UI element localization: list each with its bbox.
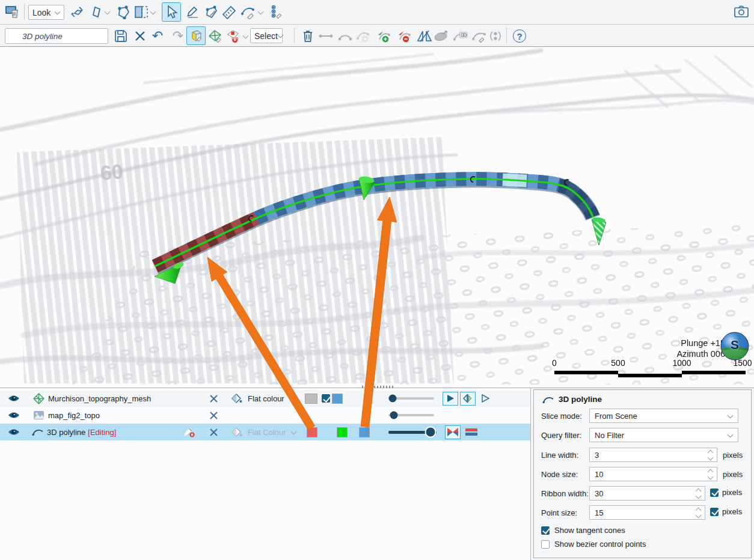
shape-row-map-image[interactable]: map_fig2_topo bbox=[0, 407, 530, 424]
new-arc-button[interactable] bbox=[337, 28, 354, 44]
point-size-pixels-toggle[interactable]: pixels bbox=[710, 507, 742, 516]
colour-mode-label[interactable]: Flat colour bbox=[248, 390, 284, 407]
remove-from-scene-button[interactable] bbox=[209, 407, 218, 424]
select-rectangle-button[interactable] bbox=[132, 3, 150, 21]
screenshot-button[interactable] bbox=[732, 3, 750, 21]
main-toolbar: Look bbox=[0, 0, 754, 25]
draw-points-button[interactable] bbox=[267, 3, 285, 21]
add-tangent-node-button[interactable] bbox=[375, 28, 392, 44]
draw-on-3d-button[interactable] bbox=[186, 26, 206, 45]
undo-button[interactable]: ↶ bbox=[149, 28, 166, 44]
opacity-slider[interactable] bbox=[388, 424, 437, 440]
point-size-spinner[interactable] bbox=[589, 505, 705, 520]
move-slicer-icon bbox=[70, 5, 84, 19]
ribbon-bowtie-mode-button[interactable] bbox=[445, 425, 461, 439]
ribbon-left-colour-swatch[interactable] bbox=[307, 424, 317, 440]
back-colour-swatch[interactable] bbox=[305, 390, 317, 407]
front-colour-swatch[interactable] bbox=[332, 390, 343, 407]
edit-curve-button[interactable] bbox=[471, 28, 488, 44]
colour-mode-chevron[interactable] bbox=[291, 429, 297, 435]
camera-icon bbox=[734, 5, 749, 19]
spinner-arrows-icon[interactable] bbox=[708, 469, 714, 481]
ribbon-stripe-mode-button[interactable] bbox=[464, 425, 479, 439]
compass-ball[interactable]: S bbox=[720, 331, 750, 361]
snap-options-button[interactable] bbox=[225, 28, 242, 44]
draw-plane-line-button[interactable] bbox=[184, 3, 202, 21]
faces-front-button[interactable] bbox=[443, 392, 458, 406]
draw-polyline-menu-chevron[interactable] bbox=[258, 9, 264, 15]
draw-polyline-button[interactable] bbox=[239, 3, 257, 21]
visibility-eye-icon[interactable] bbox=[8, 407, 20, 424]
undo-icon: ↶ bbox=[152, 29, 163, 43]
node-size-input[interactable] bbox=[590, 467, 717, 481]
flip-normals-button[interactable] bbox=[416, 28, 433, 44]
draw-slicer-polygon-button[interactable] bbox=[114, 3, 132, 21]
map-contour-label: 60 bbox=[99, 160, 124, 184]
ribbon-width-pixels-toggle[interactable]: pixels bbox=[710, 488, 742, 497]
opacity-slider[interactable] bbox=[388, 390, 434, 407]
shape-row-3d-polyline[interactable]: 3D polyline [Editing] Flat Colour bbox=[0, 424, 530, 440]
colour-mode-label[interactable]: Flat Colour bbox=[248, 424, 286, 440]
visibility-eye-icon[interactable] bbox=[8, 424, 20, 440]
remove-tangent-button[interactable] bbox=[396, 28, 412, 44]
show-tangent-cones-checkbox[interactable] bbox=[541, 526, 550, 535]
draw-polygon-button[interactable] bbox=[203, 3, 221, 21]
look-dropdown[interactable]: Look bbox=[28, 5, 64, 20]
help-button[interactable]: ? bbox=[511, 28, 528, 44]
show-bezier-row[interactable]: Show bezier control points bbox=[541, 540, 646, 549]
convert-3d-button[interactable] bbox=[452, 28, 469, 44]
show-bezier-checkbox[interactable] bbox=[541, 540, 550, 549]
slice-mode-dropdown[interactable]: From Scene bbox=[589, 409, 738, 423]
save-button[interactable] bbox=[112, 28, 129, 44]
ribbon-width-input[interactable] bbox=[590, 487, 705, 500]
measure-ruler-button[interactable] bbox=[220, 3, 238, 21]
node-size-units: pixels bbox=[723, 470, 743, 479]
remove-from-scene-button[interactable] bbox=[209, 390, 218, 407]
line-width-input[interactable] bbox=[590, 448, 717, 461]
front-colour-checkbox[interactable] bbox=[322, 390, 330, 407]
node-size-spinner[interactable] bbox=[589, 467, 717, 481]
delete-object-button[interactable] bbox=[299, 28, 316, 44]
select-rectangle-icon bbox=[133, 5, 149, 19]
draw-slicer-menu-chevron[interactable] bbox=[105, 9, 111, 15]
point-pixels-checkbox[interactable] bbox=[710, 508, 719, 516]
shape-row-topography-mesh[interactable]: Murchison_topography_mesh Flat colour bbox=[0, 390, 530, 407]
spinner-arrows-icon[interactable] bbox=[696, 507, 702, 519]
polyline-name-input[interactable] bbox=[5, 28, 108, 44]
line-colour-swatch[interactable] bbox=[337, 424, 348, 440]
curve-brackets-button[interactable] bbox=[487, 28, 504, 44]
select-rectangle-menu-chevron[interactable] bbox=[150, 9, 156, 15]
clear-scene-button[interactable] bbox=[4, 3, 22, 21]
close-edit-button[interactable] bbox=[132, 28, 149, 44]
faces-back-button[interactable] bbox=[477, 392, 493, 406]
chevron-down-icon bbox=[728, 413, 733, 419]
select-cursor-button[interactable] bbox=[162, 2, 181, 22]
draw-points-icon bbox=[269, 5, 283, 19]
new-segment-button[interactable] bbox=[317, 28, 334, 44]
select-mode-dropdown[interactable]: Select bbox=[250, 28, 283, 43]
line-width-spinner[interactable] bbox=[589, 448, 717, 462]
ribbon-width-spinner[interactable] bbox=[589, 486, 705, 501]
move-slicer-button[interactable] bbox=[68, 3, 86, 21]
show-tangent-cones-row[interactable]: Show tangent cones bbox=[541, 526, 625, 535]
ribbon-right-colour-swatch[interactable] bbox=[359, 424, 370, 440]
query-filter-dropdown[interactable]: No Filter bbox=[589, 428, 738, 442]
spinner-arrows-icon[interactable] bbox=[708, 449, 714, 461]
3d-scene-viewport[interactable]: 60 bbox=[0, 47, 754, 388]
stop-editing-button[interactable] bbox=[182, 424, 195, 440]
opacity-slider[interactable] bbox=[388, 407, 434, 424]
point-size-input[interactable] bbox=[590, 506, 705, 519]
draw-on-surface-button[interactable] bbox=[207, 28, 224, 44]
visibility-eye-icon[interactable] bbox=[8, 390, 20, 407]
spinner-arrows-icon[interactable] bbox=[696, 488, 702, 500]
faces-both-button[interactable] bbox=[460, 392, 476, 406]
add-node-button[interactable] bbox=[355, 28, 372, 44]
toolbar-separator bbox=[506, 28, 507, 43]
snap-menu-chevron[interactable] bbox=[243, 33, 249, 39]
ribbon-pixels-checkbox[interactable] bbox=[710, 488, 719, 497]
draw-disc-button[interactable] bbox=[433, 28, 450, 44]
compass-south-label: S bbox=[720, 338, 750, 352]
draw-slicer-button[interactable] bbox=[88, 3, 106, 21]
redo-button[interactable]: ↷ bbox=[170, 28, 186, 44]
remove-from-scene-button[interactable] bbox=[209, 424, 218, 440]
